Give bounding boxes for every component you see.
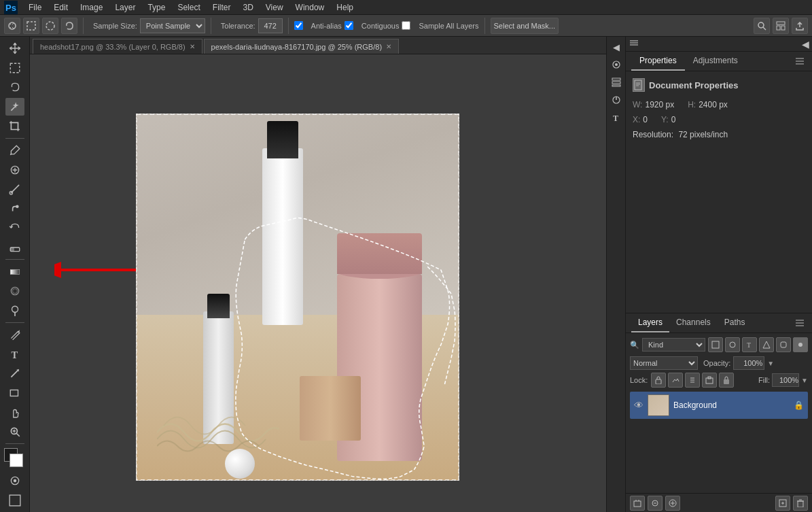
menu-image[interactable]: Image [75, 1, 108, 14]
menu-layer[interactable]: Layer [109, 1, 141, 14]
lock-artboard-icon[interactable] [702, 373, 717, 388]
menu-type[interactable]: Type [142, 1, 171, 14]
menu-3d[interactable]: 3D [237, 1, 258, 14]
share-icon[interactable] [792, 18, 808, 34]
lock-position-icon[interactable] [685, 373, 700, 388]
kind-select[interactable]: Kind [642, 338, 705, 352]
tab-1-close[interactable]: ✕ [386, 43, 391, 50]
rect-marquee-icon[interactable] [23, 18, 39, 34]
lock-all-icon[interactable] [719, 373, 734, 388]
opacity-label: Opacity: [703, 359, 730, 367]
tab-paths[interactable]: Paths [718, 313, 752, 332]
hand-tool[interactable] [5, 403, 24, 422]
new-group-icon[interactable] [630, 496, 645, 511]
filter-toggle-icon[interactable] [793, 337, 808, 352]
pen-tool[interactable] [5, 326, 24, 344]
screen-mode-tool[interactable] [5, 491, 24, 509]
tool-separator-4 [5, 443, 24, 444]
lasso-icon[interactable] [61, 18, 77, 34]
magic-wand-tool[interactable] [5, 98, 24, 116]
tab-channels[interactable]: Channels [669, 313, 718, 332]
workspace-icon[interactable] [773, 18, 789, 34]
shape-tool[interactable] [5, 384, 24, 403]
dodge-tool[interactable] [5, 301, 24, 320]
tab-properties[interactable]: Properties [631, 52, 685, 71]
lock-label: Lock: [630, 376, 648, 384]
lasso-tool[interactable] [5, 78, 24, 97]
move-tool[interactable] [5, 39, 24, 58]
svg-point-53 [730, 342, 735, 347]
path-selection-tool[interactable] [5, 364, 24, 383]
history-brush-tool[interactable] [5, 219, 24, 237]
blend-mode-select[interactable]: Normal [630, 356, 698, 370]
layer-visibility-icon[interactable]: 👁 [634, 400, 643, 411]
menu-select[interactable]: Select [172, 1, 205, 14]
tab-0-close[interactable]: ✕ [190, 43, 195, 50]
eyedropper-tool[interactable] [5, 141, 24, 160]
menu-filter[interactable]: Filter [207, 1, 236, 14]
color-swatches[interactable] [4, 448, 26, 468]
svg-rect-29 [10, 495, 20, 506]
sample-all-layers-checkbox[interactable] [402, 21, 410, 30]
app-logo: Ps [3, 0, 19, 15]
fill-input[interactable] [772, 373, 799, 387]
healing-brush-tool[interactable] [5, 160, 24, 179]
svg-text:T: T [11, 349, 18, 360]
tab-adjustments[interactable]: Adjustments [685, 52, 746, 71]
collapse-panel-icon[interactable]: ◀ [802, 39, 809, 50]
new-layer-icon[interactable] [775, 496, 790, 511]
add-adjustment-icon[interactable] [665, 496, 680, 511]
lock-image-icon[interactable] [668, 373, 683, 388]
menu-view[interactable]: View [260, 1, 289, 14]
quick-mask-tool[interactable] [5, 472, 24, 490]
separator-1 [83, 18, 84, 34]
select-and-mask-button[interactable]: Select and Mask... [491, 18, 559, 34]
gradient-tool[interactable] [5, 262, 24, 281]
tool-options-icon[interactable] [4, 18, 20, 34]
text-tool[interactable]: T [5, 345, 24, 364]
brush-preset-icon[interactable] [609, 57, 624, 72]
layers-menu-icon[interactable] [796, 319, 804, 327]
type-filter-icon[interactable]: T [742, 337, 757, 352]
type-icon[interactable]: T [609, 110, 624, 125]
marquee-tool[interactable] [5, 59, 24, 78]
separator-3 [288, 18, 289, 34]
shape-filter-icon[interactable] [759, 337, 774, 352]
menu-file[interactable]: File [23, 1, 47, 14]
pixel-filter-icon[interactable] [708, 337, 723, 352]
search-icon[interactable] [754, 18, 770, 34]
clone-stamp-tool[interactable] [5, 200, 24, 218]
anti-alias-checkbox[interactable] [294, 21, 303, 30]
brush-tool[interactable] [5, 180, 24, 199]
sample-size-select[interactable]: Point Sample [140, 18, 205, 33]
smartobj-filter-icon[interactable] [776, 337, 791, 352]
layer-comp-icon[interactable] [609, 75, 624, 90]
fill-arrow[interactable]: ▼ [801, 377, 808, 384]
tab-1[interactable]: pexels-daria-liudnaya-8167170.jpg @ 25% … [204, 39, 399, 54]
add-mask-icon[interactable] [648, 496, 663, 511]
adjustment-filter-icon[interactable] [725, 337, 740, 352]
tolerance-input[interactable] [258, 18, 283, 33]
tab-bar: headshot17.png @ 33.3% (Layer 0, RGB/8) … [30, 37, 606, 54]
collapse-side-icon[interactable]: ◀ [609, 39, 624, 54]
tab-0[interactable]: headshot17.png @ 33.3% (Layer 0, RGB/8) … [33, 39, 202, 54]
menu-help[interactable]: Help [331, 1, 359, 14]
panel-menu-icon[interactable] [630, 39, 638, 47]
blur-tool[interactable] [5, 282, 24, 301]
zoom-tool[interactable] [5, 423, 24, 441]
eraser-tool[interactable] [5, 239, 24, 257]
properties-menu-icon[interactable] [796, 57, 804, 65]
x-label: X: [633, 115, 640, 124]
contiguous-checkbox[interactable] [345, 21, 353, 30]
tab-layers[interactable]: Layers [631, 313, 669, 332]
crop-tool[interactable] [5, 117, 24, 135]
menu-edit[interactable]: Edit [48, 1, 73, 14]
opacity-input[interactable] [733, 356, 764, 370]
layer-item-background[interactable]: 👁 Background 🔒 [630, 392, 808, 419]
delete-layer-icon[interactable] [793, 496, 808, 511]
opacity-arrow[interactable]: ▼ [767, 360, 774, 367]
adjustment-icon[interactable] [609, 92, 624, 107]
ellipse-marquee-icon[interactable] [42, 18, 58, 34]
lock-pixels-icon[interactable] [651, 373, 666, 388]
menu-window[interactable]: Window [290, 1, 330, 14]
